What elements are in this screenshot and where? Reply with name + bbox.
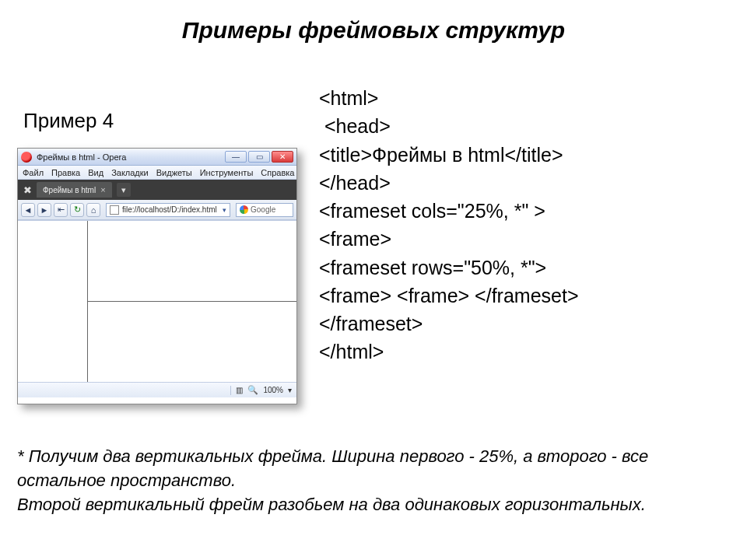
view-mode-icon[interactable]: ▥ — [236, 386, 243, 394]
back-button[interactable]: ◄ — [21, 203, 35, 217]
menu-item-edit[interactable]: Правка — [51, 168, 80, 177]
statusbar-separator — [230, 386, 231, 395]
zoom-level[interactable]: 100% — [263, 386, 283, 394]
forward-button[interactable]: ► — [37, 203, 51, 217]
new-tab-button[interactable]: ▾ — [117, 183, 131, 197]
search-box[interactable]: Google — [236, 203, 293, 217]
address-bar[interactable]: file://localhost/D:/index.html ▾ — [106, 203, 230, 217]
code-line: <html> — [319, 87, 378, 109]
browser-tab[interactable]: Фреймы в html × — [37, 182, 112, 198]
code-line: </frameset> — [319, 313, 423, 334]
window-title-text: Фреймы в html - Opera — [37, 152, 225, 162]
menu-item-widgets[interactable]: Виджеты — [156, 168, 192, 177]
code-line: <frameset rows="50%, *"> — [319, 257, 546, 278]
frame-right-bottom — [88, 302, 297, 382]
tab-close-icon[interactable]: × — [100, 185, 105, 194]
frame-left — [18, 221, 88, 382]
zoom-icon[interactable]: 🔍 — [247, 385, 258, 395]
menu-item-file[interactable]: Файл — [23, 168, 44, 177]
code-line: <frameset cols="25%, *" > — [319, 200, 545, 222]
example-subtitle: Пример 4 — [23, 109, 114, 133]
menu-item-tools[interactable]: Инструменты — [200, 168, 254, 177]
menu-item-bookmarks[interactable]: Закладки — [111, 168, 149, 177]
code-line: </html> — [319, 341, 384, 362]
toolbar: ◄ ► ⇤ ↻ ⌂ file://localhost/D:/index.html… — [18, 200, 296, 220]
footnote-line-2: Второй вертикальный фрейм разобьем на дв… — [17, 493, 717, 517]
rewind-button[interactable]: ⇤ — [54, 203, 68, 217]
zoom-dropdown-icon[interactable]: ▾ — [288, 386, 292, 394]
code-line: <title>Фреймы в html</title> — [319, 144, 563, 166]
status-bar: ▥ 🔍 100% ▾ — [18, 382, 296, 397]
page-icon — [110, 205, 119, 215]
search-engine-label: Google — [251, 205, 275, 214]
frame-right-top — [88, 221, 297, 302]
address-dropdown-icon[interactable]: ▾ — [223, 206, 226, 214]
footnote-line-1: * Получим два вертикальных фрейма. Ширин… — [17, 445, 717, 493]
menu-item-view[interactable]: Вид — [88, 168, 103, 177]
menu-item-help[interactable]: Справка — [261, 168, 294, 177]
address-text: file://localhost/D:/index.html — [122, 205, 217, 214]
code-listing: <html> <head> <title>Фреймы в html</titl… — [319, 84, 579, 366]
page-viewport — [18, 220, 296, 382]
menu-bar: Файл Правка Вид Закладки Виджеты Инструм… — [18, 166, 296, 180]
code-line: <frame> <frame> </frameset> — [319, 285, 579, 306]
maximize-button[interactable]: ▭ — [248, 151, 270, 163]
google-icon — [240, 205, 248, 214]
code-line: </head> — [319, 172, 391, 194]
tab-label: Фреймы в html — [43, 186, 96, 194]
page-title: Примеры фреймовых структур — [0, 0, 747, 51]
minimize-button[interactable]: — — [225, 151, 247, 163]
window-titlebar[interactable]: Фреймы в html - Opera — ▭ ✕ — [18, 149, 296, 166]
home-button[interactable]: ⌂ — [86, 203, 100, 217]
code-line: <frame> — [319, 228, 391, 250]
reload-button[interactable]: ↻ — [70, 203, 84, 217]
opera-icon — [21, 152, 32, 163]
wrench-icon[interactable]: ✖ — [21, 184, 33, 196]
browser-window: Фреймы в html - Opera — ▭ ✕ Файл Правка … — [17, 148, 297, 404]
close-button[interactable]: ✕ — [272, 151, 293, 163]
code-line: <head> — [319, 115, 391, 137]
tab-bar: ✖ Фреймы в html × ▾ — [18, 180, 296, 200]
footnote: * Получим два вертикальных фрейма. Ширин… — [17, 445, 717, 516]
frame-right-container — [88, 221, 297, 382]
